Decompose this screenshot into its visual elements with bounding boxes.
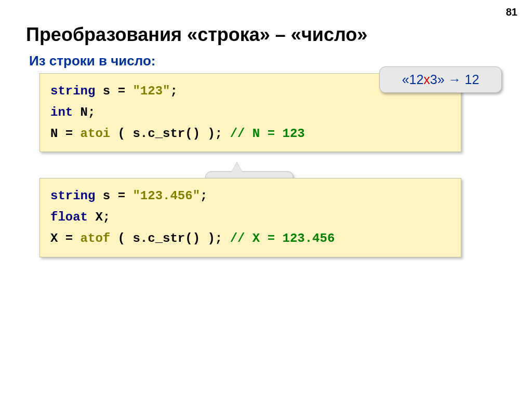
code-line: float X; <box>50 207 450 228</box>
page-number: 81 <box>506 6 517 18</box>
code-text: s = <box>95 84 132 98</box>
slide-title: Преобразования «строка» – «число» <box>26 24 506 46</box>
code-text: s = <box>95 189 132 203</box>
keyword-float: float <box>50 210 88 224</box>
code-comment: // X = 123.456 <box>230 231 335 245</box>
code-text: X; <box>88 210 110 224</box>
code-text: ; <box>170 84 177 98</box>
arrow-icon: → <box>448 72 461 87</box>
code-block-2: string s = "123.456"; float X; X = atof … <box>39 178 461 257</box>
code-text: ( s.c_str() ); <box>110 127 230 141</box>
code-text: N = <box>50 127 81 141</box>
code-text: X = <box>50 231 81 245</box>
callout-example: «12x3» → 12 <box>379 66 502 93</box>
keyword-string: string <box>50 189 95 203</box>
string-literal: "123" <box>132 84 170 98</box>
code-comment: // N = 123 <box>230 127 305 141</box>
callout-text: 3» <box>430 72 448 87</box>
code-text: ( s.c_str() ); <box>110 231 230 245</box>
callout-tail-icon <box>232 162 242 172</box>
code-line: int N; <box>50 102 450 123</box>
function-atoi: atoi <box>81 127 111 141</box>
function-atof: atof <box>81 231 111 245</box>
code-text: ; <box>200 189 207 203</box>
code-line: X = atof ( s.c_str() ); // X = 123.456 <box>50 228 450 250</box>
callout-text: «12 <box>402 72 424 87</box>
callout-text: 12 <box>461 72 480 87</box>
code-line: N = atoi ( s.c_str() ); // N = 123 <box>50 123 450 145</box>
keyword-string: string <box>50 84 95 98</box>
callout-highlight: x <box>423 72 430 87</box>
keyword-int: int <box>50 105 73 119</box>
code-line: string s = "123.456"; <box>50 186 450 207</box>
string-literal: "123.456" <box>132 189 200 203</box>
code-text: N; <box>73 105 95 119</box>
